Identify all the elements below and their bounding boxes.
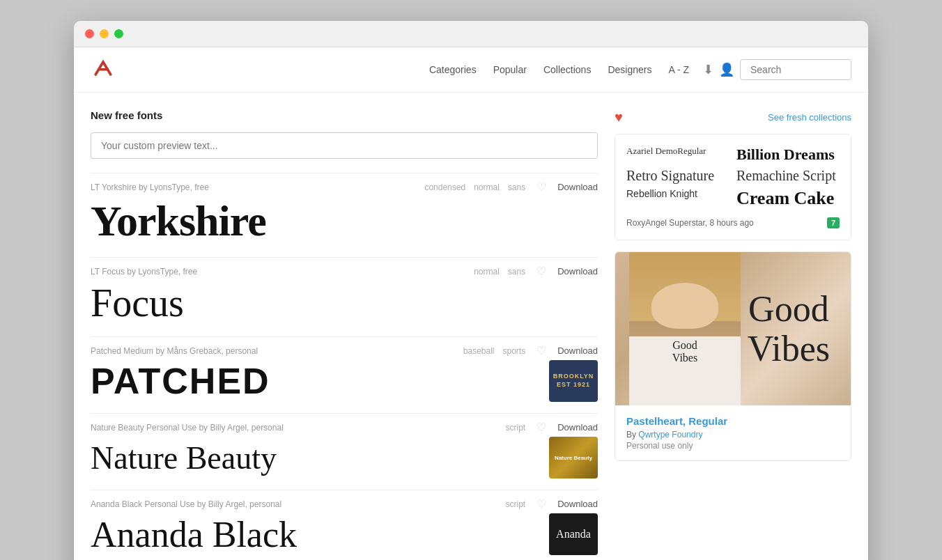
tag-sports: sports [502, 346, 525, 356]
nav-az[interactable]: A - Z [668, 64, 689, 75]
nav-collections[interactable]: Collections [543, 64, 591, 75]
collection-fonts-grid: Azariel DemoRegular Billion Dreams Retro… [626, 146, 840, 209]
see-collections-link[interactable]: See fresh collections [768, 112, 851, 123]
font-meta-yorkshire: LT Yorkshire by LyonsType, free condense… [91, 180, 598, 194]
font-tags: condensed normal sans [424, 182, 525, 192]
collection-font-item: Cream Cake [736, 188, 840, 209]
good-vibes-text: Good Vibes [748, 289, 830, 368]
collection-font-item: Rebellion Knight [626, 188, 729, 209]
minimize-button[interactable] [100, 29, 109, 38]
font-entry-ananda: Ananda Black Personal Use by Billy Argel… [91, 490, 598, 560]
titlebar [74, 21, 868, 47]
person-image: GoodVibes [629, 252, 741, 405]
featured-image: GoodVibes Good Vibes [615, 252, 851, 405]
font-entry-patched: Patched Medium by Måns Greback, personal… [91, 336, 598, 410]
font-tags: script [506, 423, 526, 433]
collection-badge: 7 [827, 217, 840, 228]
font-display-focus: Focus [91, 281, 598, 325]
download-button[interactable]: Download [557, 266, 598, 277]
collections-header: ♥ See fresh collections [615, 109, 851, 125]
close-button[interactable] [85, 29, 94, 38]
tag-condensed: condensed [424, 182, 465, 192]
tag-sans: sans [508, 182, 525, 192]
font-entry-nature: Nature Beauty Personal Use by Billy Arge… [91, 413, 598, 487]
nav-designers[interactable]: Designers [608, 64, 651, 75]
font-meta-label: Nature Beauty Personal Use by Billy Arge… [91, 423, 284, 433]
font-meta-label: LT Focus by LyonsType, free [91, 267, 197, 277]
font-display-patched: PATCHED [91, 360, 541, 402]
search-input[interactable] [740, 59, 851, 80]
navbar: Categories Popular Collections Designers… [74, 47, 868, 93]
favorite-icon[interactable]: ♡ [536, 497, 546, 511]
foundry-link[interactable]: Qwrtype Foundry [638, 430, 702, 440]
collection-card: Azariel DemoRegular Billion Dreams Retro… [615, 134, 851, 240]
favorite-icon[interactable]: ♡ [536, 344, 546, 357]
main-content: New free fonts LT Yorkshire by LyonsType… [74, 93, 868, 560]
account-icon[interactable]: 👤 [719, 62, 734, 77]
tag-script: script [506, 499, 526, 509]
tag-script: script [506, 423, 526, 433]
font-meta-nature: Nature Beauty Personal Use by Billy Arge… [91, 421, 598, 434]
tag-normal: normal [474, 267, 500, 277]
collection-font-item: Azariel DemoRegular [626, 146, 729, 164]
font-display-yorkshire: Yorkshire [91, 196, 598, 246]
collection-font-item: Billion Dreams [736, 146, 840, 164]
font-preview-row: Nature Beauty Nature Beauty [91, 437, 598, 487]
font-meta-right: script ♡ Download [506, 497, 599, 511]
featured-by: By Qwrtype Foundry [626, 430, 840, 440]
favorite-icon[interactable]: ♡ [536, 421, 546, 434]
featured-info: Pastelheart, Regular By Qwrtype Foundry … [615, 405, 851, 460]
font-preview-row: PATCHED BROOKLYNEST 1921 [91, 360, 598, 410]
tag-baseball: baseball [463, 346, 495, 356]
app-window: Categories Popular Collections Designers… [74, 21, 868, 560]
good-vibes-overlay: Good Vibes [748, 289, 830, 368]
font-meta-right: baseball sports ♡ Download [463, 344, 598, 357]
featured-font-name[interactable]: Pastelheart, Regular [626, 415, 840, 427]
font-meta-right: condensed normal sans ♡ Download [424, 180, 598, 194]
left-panel: New free fonts LT Yorkshire by LyonsType… [91, 109, 598, 560]
font-meta-label: Patched Medium by Måns Greback, personal [91, 346, 258, 356]
nav-categories[interactable]: Categories [429, 64, 477, 75]
ananda-thumbnail: Ananda [549, 513, 598, 555]
download-button[interactable]: Download [557, 499, 598, 509]
font-preview-row: Yorkshire [91, 196, 598, 254]
font-meta-ananda: Ananda Black Personal Use by Billy Argel… [91, 497, 598, 511]
tag-sans: sans [508, 267, 525, 277]
nav-popular[interactable]: Popular [493, 64, 527, 75]
font-display-nature: Nature Beauty [91, 440, 541, 476]
section-title: New free fonts [91, 109, 598, 121]
font-preview-row: Focus [91, 281, 598, 334]
nature-thumbnail: Nature Beauty [549, 437, 598, 479]
font-meta-patched: Patched Medium by Måns Greback, personal… [91, 344, 598, 357]
font-meta-focus: LT Focus by LyonsType, free normal sans … [91, 265, 598, 278]
font-meta-label: LT Yorkshire by LyonsType, free [91, 182, 209, 192]
font-entry-focus: LT Focus by LyonsType, free normal sans … [91, 257, 598, 334]
font-entry-yorkshire: LT Yorkshire by LyonsType, free condense… [91, 173, 598, 254]
preview-text-input[interactable] [91, 132, 598, 159]
featured-usage: Personal use only [626, 441, 840, 451]
featured-card[interactable]: GoodVibes Good Vibes Pastelheart, Regula… [615, 251, 851, 461]
font-display-ananda: Ananda Black [91, 514, 541, 555]
tag-normal: normal [474, 182, 500, 192]
heart-favorite-icon[interactable]: ♥ [615, 109, 623, 125]
font-tags: script [506, 499, 526, 509]
font-meta-right: normal sans ♡ Download [474, 265, 598, 278]
brooklyn-thumbnail: BROOKLYNEST 1921 [549, 360, 598, 402]
font-tags: baseball sports [463, 346, 525, 356]
collection-meta: RoxyAngel Superstar, 8 hours ago 7 [626, 217, 840, 228]
collection-font-item: Remachine Script [736, 168, 840, 184]
download-nav-icon[interactable]: ⬇ [703, 62, 713, 77]
favorite-icon[interactable]: ♡ [536, 265, 546, 278]
download-button[interactable]: Download [557, 345, 598, 356]
collection-font-item: Retro Signature [626, 168, 729, 184]
maximize-button[interactable] [114, 29, 123, 38]
collection-author: RoxyAngel Superstar, 8 hours ago [626, 218, 754, 228]
font-tags: normal sans [474, 267, 525, 277]
favorite-icon[interactable]: ♡ [536, 180, 546, 194]
logo[interactable] [91, 56, 116, 84]
download-button[interactable]: Download [557, 422, 598, 433]
download-button[interactable]: Download [557, 182, 598, 192]
nav-links: Categories Popular Collections Designers… [429, 63, 689, 76]
font-preview-row: Ananda Black Ananda [91, 513, 598, 560]
right-panel: ♥ See fresh collections Azariel DemoRegu… [615, 109, 851, 560]
